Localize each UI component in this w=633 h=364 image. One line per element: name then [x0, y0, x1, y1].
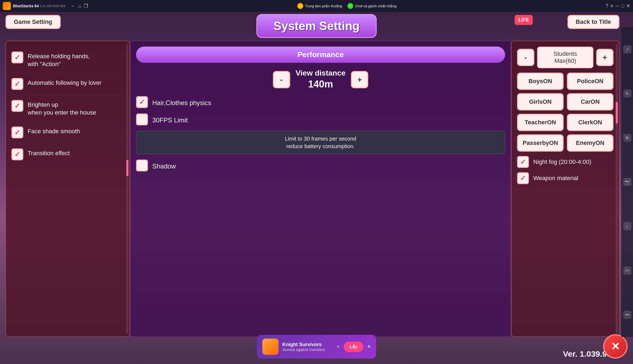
- list-item: Automatic following by lover: [11, 73, 124, 95]
- edge-screenshot-icon[interactable]: 📷: [623, 178, 631, 186]
- list-item: Release holding hands,with "Action": [11, 47, 124, 73]
- night-fog-row: Night fog (20:00-4:00): [517, 156, 613, 168]
- weapon-material-label: Weapon material: [533, 175, 578, 182]
- topbar: BlueStacks 64 5.11.100.2102 N64 ← ⌂ ❐ Tr…: [0, 0, 633, 12]
- maximize-icon[interactable]: □: [621, 3, 624, 9]
- copy-icon[interactable]: ❐: [84, 3, 88, 9]
- boys-toggle[interactable]: BoysON: [517, 73, 564, 90]
- checkbox-shadow[interactable]: [136, 160, 148, 171]
- edge-expand-icon[interactable]: ⤢: [623, 45, 631, 53]
- back-to-title-button[interactable]: Back to Title: [567, 15, 619, 29]
- edge-toolbar: ⤢ ↻ ⚙ 📷 ♪ 🎮 •••: [621, 27, 633, 337]
- app-name: BlueStacks 64: [13, 4, 39, 8]
- window-close-icon[interactable]: ✕: [626, 3, 630, 9]
- edge-settings-icon[interactable]: ⚙: [623, 134, 631, 142]
- right-scrollbar: [616, 44, 618, 334]
- reward-icon: [297, 3, 303, 9]
- edge-more-icon[interactable]: •••: [623, 311, 631, 319]
- list-item: Face shade smooth: [11, 122, 124, 144]
- npc-toggle-grid: BoysON PoliceON GirlsON CarON TeacherON …: [517, 73, 613, 152]
- life-icon: LIFE: [515, 15, 533, 25]
- fps-tooltip: Limit to 30 frames per secondreduce batt…: [136, 131, 505, 154]
- ad-text: Knight Survivors Survive against monster…: [282, 342, 333, 352]
- transition-label: Transition effect: [28, 148, 70, 157]
- checkbox-hair-physics[interactable]: [136, 96, 148, 108]
- list-item: Transition effect: [11, 144, 124, 165]
- auto-follow-label: Automatic following by lover: [28, 78, 102, 87]
- edge-gamepad-icon[interactable]: 🎮: [623, 266, 631, 275]
- ad-banner: Knight Survivors Survive against monster…: [257, 335, 376, 359]
- ad-plus-icon: +: [367, 343, 371, 350]
- hair-physics-label: Hair,Clothes physics: [152, 98, 211, 107]
- app-version: 5.11.100.2102 N64: [40, 4, 65, 8]
- list-item: Brighten upwhen you enter the house: [11, 95, 124, 122]
- play-icon: [347, 3, 353, 9]
- checkbox-weapon-material[interactable]: [517, 172, 529, 184]
- middle-panel: Performance - View distance 140m + Hair,…: [130, 41, 511, 337]
- reward-label: Trung tâm phần thưởng: [305, 4, 342, 8]
- passerby-toggle[interactable]: PasserbyON: [517, 134, 564, 152]
- ad-get-button[interactable]: Lấy: [344, 342, 363, 352]
- ad-stars-icon: ✦: [337, 344, 340, 349]
- girls-toggle[interactable]: GirlsON: [517, 93, 564, 110]
- clerk-toggle[interactable]: ClerkON: [567, 114, 613, 131]
- edge-rotate-icon[interactable]: ↻: [623, 89, 631, 98]
- ad-title: Knight Survivors: [282, 342, 333, 347]
- view-distance-label: View distance 140m: [296, 68, 346, 91]
- view-distance-row: - View distance 140m +: [136, 68, 505, 91]
- release-hands-label: Release holding hands,with "Action": [28, 51, 90, 68]
- weapon-material-row: Weapon material: [517, 172, 613, 184]
- panels-container: Release holding hands,with "Action" Auto…: [5, 41, 619, 337]
- fps-limit-label: 30FPS Limit: [152, 115, 188, 124]
- enemy-toggle[interactable]: EnemyON: [567, 134, 613, 152]
- police-toggle[interactable]: PoliceON: [567, 73, 613, 90]
- car-toggle[interactable]: CarON: [567, 93, 613, 110]
- fps-tooltip-text: Limit to 30 frames per secondreduce batt…: [285, 136, 356, 149]
- close-button[interactable]: ✕: [603, 334, 628, 359]
- right-panel: - Students Max(60) + BoysON PoliceON Gir…: [511, 41, 619, 337]
- students-minus[interactable]: -: [517, 49, 534, 66]
- night-fog-label: Night fog (20:00-4:00): [533, 158, 591, 165]
- checkbox-release-hands[interactable]: [11, 51, 23, 63]
- face-shade-label: Face shade smooth: [28, 126, 80, 135]
- checkbox-fps-limit[interactable]: [136, 113, 148, 125]
- shadow-row: Shadow: [136, 160, 505, 171]
- home-icon[interactable]: ⌂: [78, 3, 81, 9]
- students-plus[interactable]: +: [596, 49, 613, 66]
- minimize-icon[interactable]: ─: [615, 3, 619, 9]
- topbar-right: ? ≡ ─ □ ✕: [606, 3, 630, 9]
- topbar-nav: ← ⌂ ❐: [71, 3, 88, 9]
- brighten-label: Brighten upwhen you enter the house: [28, 100, 96, 116]
- hair-physics-row: Hair,Clothes physics: [136, 96, 505, 108]
- checkbox-brighten[interactable]: [11, 100, 23, 112]
- checkbox-face-shade[interactable]: [11, 126, 23, 138]
- ad-subtitle: Survive against monsters: [282, 347, 333, 352]
- system-setting-title: System Setting: [256, 14, 377, 38]
- reward-center-badge[interactable]: Trung tâm phần thưởng: [297, 3, 342, 9]
- bluestacks-logo: [3, 2, 11, 10]
- view-distance-minus[interactable]: -: [273, 71, 290, 88]
- checkbox-transition[interactable]: [11, 148, 23, 160]
- fps-limit-row: 30FPS Limit: [136, 113, 505, 125]
- view-distance-plus[interactable]: +: [351, 71, 368, 88]
- menu-icon[interactable]: ≡: [611, 3, 613, 9]
- edge-volume-icon[interactable]: ♪: [623, 222, 631, 230]
- play-label: Chơi và giành chiến thắng: [355, 4, 396, 8]
- checkbox-night-fog[interactable]: [517, 156, 529, 168]
- play-win-badge[interactable]: Chơi và giành chiến thắng: [347, 3, 396, 9]
- checkbox-auto-follow[interactable]: [11, 78, 23, 90]
- help-icon[interactable]: ?: [606, 3, 608, 9]
- right-scrollbar-thumb[interactable]: [616, 102, 618, 123]
- topbar-center: Trung tâm phần thưởng Chơi và giành chiế…: [88, 3, 605, 9]
- teacher-toggle[interactable]: TeacherON: [517, 114, 564, 131]
- shadow-label: Shadow: [152, 161, 176, 170]
- students-row: - Students Max(60) +: [517, 47, 613, 68]
- performance-tab[interactable]: Performance: [136, 47, 505, 63]
- game-setting-button[interactable]: Game Setting: [5, 15, 61, 29]
- left-scrollbar: [126, 44, 128, 334]
- left-scrollbar-thumb[interactable]: [126, 160, 128, 176]
- back-icon[interactable]: ←: [71, 3, 76, 9]
- students-label: Students Max(60): [537, 47, 593, 68]
- ad-game-icon: [262, 339, 279, 355]
- left-panel: Release holding hands,with "Action" Auto…: [5, 41, 130, 337]
